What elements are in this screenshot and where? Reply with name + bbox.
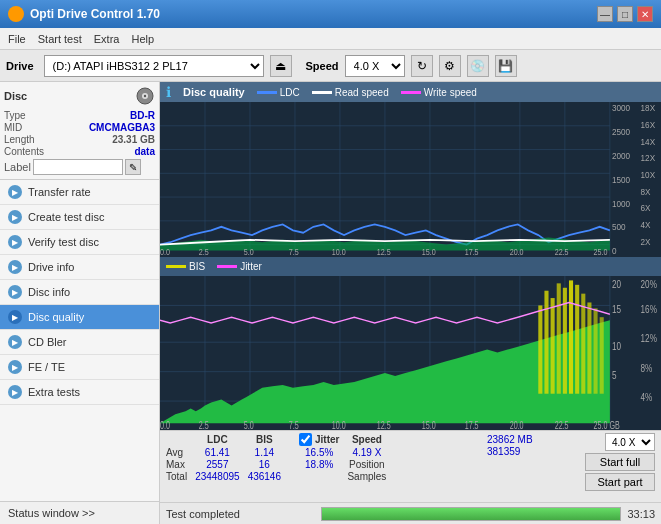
transfer-rate-icon: ▶: [8, 185, 22, 199]
stats-col-ldc: LDC: [195, 433, 248, 447]
verify-test-disc-icon: ▶: [8, 235, 22, 249]
avg-speed: 4.19 X: [347, 447, 394, 459]
stats-table: LDC BIS Jitter Speed: [166, 433, 479, 483]
svg-text:3000: 3000: [612, 103, 630, 114]
svg-text:8X: 8X: [641, 186, 651, 197]
speed-select-stats[interactable]: 4.0 X: [605, 433, 655, 451]
menu-help[interactable]: Help: [131, 33, 154, 45]
svg-rect-71: [581, 293, 585, 393]
title-bar-controls: — □ ✕: [597, 6, 653, 22]
svg-text:20%: 20%: [641, 277, 657, 290]
jitter-label: Jitter: [315, 434, 339, 445]
maximize-button[interactable]: □: [617, 6, 633, 22]
disc-contents-row: Contents data: [4, 146, 155, 157]
refresh-button[interactable]: ↻: [411, 55, 433, 77]
start-part-button[interactable]: Start part: [585, 473, 655, 491]
title-bar: Opti Drive Control 1.70 — □ ✕: [0, 0, 661, 28]
nav-transfer-rate[interactable]: ▶ Transfer rate: [0, 180, 159, 205]
disc-icon-btn[interactable]: [135, 86, 155, 106]
mid-label: MID: [4, 122, 22, 133]
svg-rect-64: [538, 305, 542, 393]
svg-rect-73: [594, 308, 598, 393]
menu-extra[interactable]: Extra: [94, 33, 120, 45]
eject-button[interactable]: ⏏: [270, 55, 292, 77]
start-full-button[interactable]: Start full: [585, 453, 655, 471]
svg-text:10: 10: [612, 339, 621, 352]
disc-quality-icon: ▶: [8, 310, 22, 324]
svg-text:16%: 16%: [641, 302, 657, 315]
svg-text:12%: 12%: [641, 331, 657, 344]
settings-button[interactable]: ⚙: [439, 55, 461, 77]
speed-select[interactable]: 4.0 X: [345, 55, 405, 77]
stats-max-row: Max 2557 16 18.8% Position: [166, 459, 394, 471]
length-label: Length: [4, 134, 35, 145]
close-button[interactable]: ✕: [637, 6, 653, 22]
svg-text:5: 5: [612, 368, 617, 381]
svg-text:22.5: 22.5: [555, 248, 569, 257]
status-window-button[interactable]: Status window >>: [0, 501, 159, 524]
legend-read-speed: Read speed: [312, 87, 389, 98]
label-input[interactable]: [33, 159, 123, 175]
max-bis: 16: [248, 459, 289, 471]
svg-text:500: 500: [612, 222, 626, 233]
save-button[interactable]: 💾: [495, 55, 517, 77]
nav-create-test-disc[interactable]: ▶ Create test disc: [0, 205, 159, 230]
svg-text:2X: 2X: [641, 236, 651, 247]
bottom-bar: Test completed 33:13: [160, 502, 661, 524]
jitter-checkbox[interactable]: [299, 433, 312, 446]
progress-bar: [321, 507, 621, 521]
svg-rect-74: [600, 317, 604, 394]
drive-toolbar: Drive (D:) ATAPI iHBS312 2 PL17 ⏏ Speed …: [0, 50, 661, 82]
nav-disc-info[interactable]: ▶ Disc info: [0, 280, 159, 305]
status-window-label: Status window >>: [8, 507, 95, 519]
stats-col-empty: [166, 433, 195, 447]
status-text: Test completed: [166, 508, 315, 520]
type-value: BD-R: [130, 110, 155, 121]
nav-drive-info[interactable]: ▶ Drive info: [0, 255, 159, 280]
svg-text:0: 0: [612, 246, 617, 257]
svg-text:25.0: 25.0: [594, 248, 608, 257]
stats-col-bis: BIS: [248, 433, 289, 447]
max-label: Max: [166, 459, 195, 471]
svg-text:8%: 8%: [641, 361, 653, 374]
svg-rect-72: [587, 302, 591, 393]
disc-type-row: Type BD-R: [4, 110, 155, 121]
legend-bis-label: BIS: [189, 261, 205, 272]
legend-write-speed-label: Write speed: [424, 87, 477, 98]
legend-jitter-label: Jitter: [240, 261, 262, 272]
svg-text:7.5: 7.5: [289, 248, 299, 257]
lower-chart: 20 15 10 5 20% 16% 12% 8% 4% 0.0 2.5 5.0: [160, 276, 661, 431]
svg-text:16X: 16X: [641, 120, 656, 131]
speed-select-container: 4.0 X Start full Start part: [585, 433, 655, 491]
nav-cd-bler[interactable]: ▶ CD Bler: [0, 330, 159, 355]
burn-button[interactable]: 💿: [467, 55, 489, 77]
mid-value: CMCMAGBA3: [89, 122, 155, 133]
disc-icon: [136, 87, 154, 105]
max-ldc: 2557: [195, 459, 248, 471]
disc-label-row: Label ✎: [4, 159, 155, 175]
nav-extra-tests[interactable]: ▶ Extra tests: [0, 380, 159, 405]
svg-text:20: 20: [612, 277, 621, 290]
svg-text:2000: 2000: [612, 150, 630, 161]
chart-title: Disc quality: [183, 86, 245, 98]
svg-text:22.5: 22.5: [555, 419, 569, 430]
label-edit-button[interactable]: ✎: [125, 159, 141, 175]
nav-disc-quality[interactable]: ▶ Disc quality: [0, 305, 159, 330]
drive-select[interactable]: (D:) ATAPI iHBS312 2 PL17: [44, 55, 264, 77]
legend-ldc-label: LDC: [280, 87, 300, 98]
svg-text:1500: 1500: [612, 174, 630, 185]
svg-text:12X: 12X: [641, 153, 656, 164]
svg-text:20.0: 20.0: [510, 419, 524, 430]
menu-start-test[interactable]: Start test: [38, 33, 82, 45]
svg-text:17.5: 17.5: [465, 248, 479, 257]
read-speed-color: [312, 91, 332, 94]
samples-value: 381359: [487, 446, 577, 457]
menu-file[interactable]: File: [8, 33, 26, 45]
nav-fe-te[interactable]: ▶ FE / TE: [0, 355, 159, 380]
total-bis: 436146: [248, 471, 289, 483]
nav-verify-test-disc[interactable]: ▶ Verify test disc: [0, 230, 159, 255]
chart-header: ℹ Disc quality LDC Read speed Write spee…: [160, 82, 661, 102]
minimize-button[interactable]: —: [597, 6, 613, 22]
type-label: Type: [4, 110, 26, 121]
right-panel: ℹ Disc quality LDC Read speed Write spee…: [160, 82, 661, 524]
